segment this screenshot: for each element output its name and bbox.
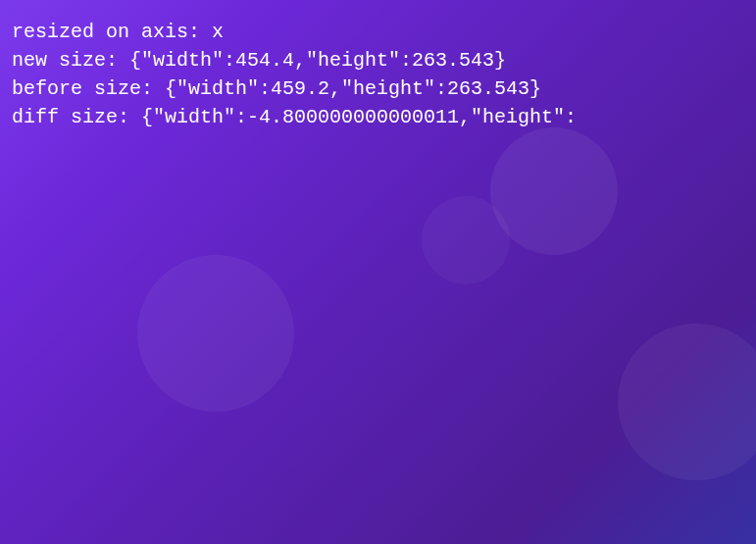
bokeh-circle bbox=[618, 323, 756, 480]
bokeh-circle bbox=[490, 127, 618, 255]
bokeh-circle bbox=[422, 196, 510, 284]
console-log: resized on axis: x new size: {"width":45… bbox=[12, 18, 744, 131]
log-line-diff-size: diff size: {"width":-4.800000000000011,"… bbox=[12, 103, 744, 131]
bokeh-circle bbox=[137, 255, 294, 412]
log-line-new-size: new size: {"width":454.4,"height":263.54… bbox=[12, 46, 744, 74]
log-line-before-size: before size: {"width":459.2,"height":263… bbox=[12, 74, 744, 103]
log-line-axis: resized on axis: x bbox=[12, 18, 744, 46]
